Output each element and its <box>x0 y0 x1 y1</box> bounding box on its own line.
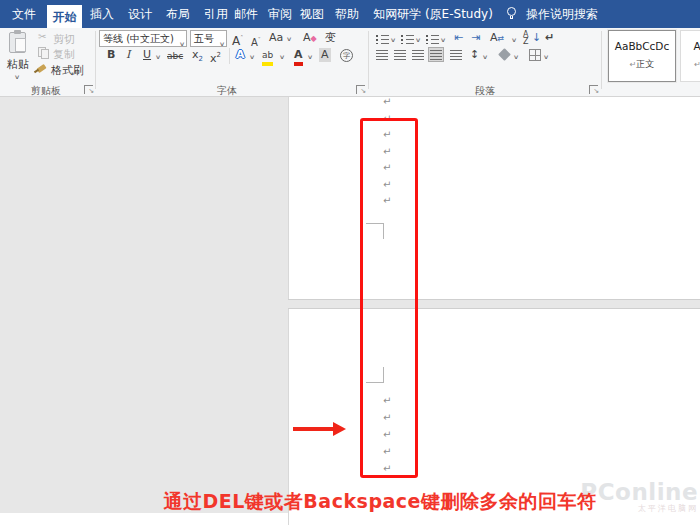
shrink-font-button[interactable]: Aˇ <box>251 33 261 50</box>
subscript-button[interactable]: x2 <box>192 48 203 66</box>
numbering-icon[interactable] <box>401 33 415 44</box>
multilevel-list-icon[interactable] <box>426 33 440 44</box>
style-sample: AaBbC <box>681 40 700 52</box>
asian-layout-button[interactable]: A⇄ <box>490 31 504 46</box>
strikethrough-button[interactable]: abc <box>167 49 183 63</box>
lightbulb-stem-icon <box>510 16 513 19</box>
paragraph-mark-icon: ↵ <box>694 60 700 69</box>
tab-cnki-estudy[interactable]: 知网研学 (原E-Study) <box>368 0 498 28</box>
enclose-characters-button[interactable]: 字 <box>340 49 353 62</box>
tab-help[interactable]: 帮助 <box>329 0 365 28</box>
distribute-icon[interactable] <box>450 50 462 60</box>
chevron-down-icon: ∨ <box>14 73 20 80</box>
tab-layout[interactable]: 布局 <box>160 0 196 28</box>
superscript-n: 2 <box>217 51 221 59</box>
bullets-icon[interactable] <box>376 33 390 44</box>
character-shading-button[interactable]: A <box>319 48 331 62</box>
chevron-down-icon[interactable]: ∨ <box>249 53 255 60</box>
chevron-down-icon[interactable]: ∨ <box>513 53 519 60</box>
group-separator <box>601 31 602 89</box>
text-effects-button[interactable]: A <box>236 48 245 62</box>
change-case-button[interactable]: Aa ∨ <box>269 31 291 46</box>
line-spacing-button[interactable]: ↕ <box>470 48 479 62</box>
paste-label: 粘贴 <box>7 57 29 72</box>
strikethrough-icon: abc <box>167 51 183 61</box>
clipboard-dialog-launcher[interactable]: ↘ <box>84 85 93 94</box>
character-shading-icon: A <box>321 48 329 61</box>
paste-sheet-icon <box>15 38 26 52</box>
tab-insert[interactable]: 插入 <box>84 0 120 28</box>
style-card-normal[interactable]: AaBbCcDc ↵正文 <box>608 30 676 82</box>
launcher-arrow-icon: ↘ <box>360 88 366 95</box>
italic-button[interactable]: I <box>126 48 130 62</box>
font-dialog-launcher[interactable]: ↘ <box>356 85 365 94</box>
menu-bar: 文件 开始 插入 设计 布局 引用 邮件 审阅 视图 帮助 知网研学 (原E-S… <box>0 0 700 28</box>
change-case-icon: Aa <box>269 31 283 44</box>
decrease-indent-button[interactable]: ⇤ <box>454 31 463 45</box>
chevron-down-icon[interactable]: ∨ <box>155 53 161 60</box>
phonetic-guide-button[interactable]: 变 <box>325 31 336 45</box>
red-arrow-icon <box>333 422 346 436</box>
underline-icon: U <box>143 48 151 61</box>
show-hide-marks-button[interactable]: ↵ <box>545 31 554 45</box>
tab-home[interactable]: 开始 <box>47 5 82 28</box>
tab-view[interactable]: 视图 <box>294 0 330 28</box>
increase-indent-button[interactable]: ⇥ <box>471 31 480 45</box>
mini-separator <box>229 48 230 64</box>
grow-font-button[interactable]: Aˆ <box>232 31 243 48</box>
app-background <box>0 97 288 513</box>
ribbon-home: 粘贴 ∨ ✂ 剪切 复制 格式刷 剪贴板 ↘ 等线 (中文正文) <box>0 28 700 97</box>
chevron-down-icon[interactable]: ∨ <box>307 53 313 60</box>
chevron-down-icon: ∨ <box>219 36 225 47</box>
bold-button[interactable]: B <box>107 48 115 62</box>
paste-button[interactable]: 粘贴 ∨ <box>0 28 36 82</box>
chevron-down-icon[interactable]: ∨ <box>511 36 517 43</box>
shading-bucket-icon[interactable] <box>498 48 511 61</box>
chevron-down-icon[interactable]: ∨ <box>415 36 421 43</box>
document-page-1[interactable] <box>288 97 700 299</box>
shrink-font-icon: A <box>251 37 258 48</box>
paragraph-dialog-launcher[interactable]: ↘ <box>589 85 598 94</box>
superscript-button[interactable]: x2 <box>210 48 221 66</box>
align-center-icon[interactable] <box>394 50 406 60</box>
align-left-icon[interactable] <box>376 50 388 60</box>
scissors-icon: ✂ <box>38 31 46 42</box>
tab-mailings[interactable]: 邮件 <box>228 0 264 28</box>
chevron-down-icon[interactable]: ∨ <box>279 53 285 60</box>
page-gap <box>288 299 700 309</box>
clear-formatting-button[interactable]: A◆ <box>303 31 317 46</box>
copy-label: 复制 <box>53 47 75 62</box>
chevron-down-icon: ∨ <box>286 32 292 46</box>
sort-button[interactable]: AZ <box>523 31 528 45</box>
underline-button[interactable]: U <box>143 48 151 62</box>
paste-clipboard-clip-icon <box>14 30 21 34</box>
tab-review[interactable]: 审阅 <box>262 0 298 28</box>
chevron-down-icon[interactable]: ∨ <box>482 53 488 60</box>
asian-layout-icon: A <box>490 31 498 44</box>
style-sample: AaBbCcDc <box>609 40 675 52</box>
align-right-icon[interactable] <box>412 50 424 60</box>
red-arrow-tail <box>293 427 335 431</box>
borders-icon[interactable] <box>529 49 541 61</box>
phonetic-guide-icon: 变 <box>325 31 336 44</box>
pilcrow-icon: ↵ <box>545 31 554 44</box>
font-name-combo[interactable]: 等线 (中文正文) ∨ <box>99 30 187 47</box>
tab-file[interactable]: 文件 <box>2 0 46 28</box>
grow-font-icon: A <box>232 34 240 48</box>
chevron-down-icon[interactable]: ∨ <box>543 53 549 60</box>
bold-icon: B <box>107 48 115 61</box>
format-painter-button[interactable]: 格式刷 <box>34 61 94 75</box>
cut-button[interactable]: ✂ 剪切 <box>36 31 92 44</box>
highlight-button[interactable]: ab <box>262 48 273 66</box>
font-size-combo[interactable]: 五号 ∨ <box>190 30 227 47</box>
font-name-value: 等线 (中文正文) <box>103 33 174 44</box>
chevron-down-icon[interactable]: ∨ <box>390 36 396 43</box>
group-separator <box>95 31 96 89</box>
style-card-no-spacing[interactable]: AaBbC ↵无间隔 <box>680 30 700 82</box>
justify-icon <box>430 50 442 60</box>
copy-button[interactable]: 复制 <box>36 46 92 59</box>
tab-design[interactable]: 设计 <box>122 0 158 28</box>
font-color-button[interactable]: A <box>294 48 303 66</box>
chevron-down-icon[interactable]: ∨ <box>440 36 446 43</box>
copy-icon-back <box>41 49 49 59</box>
